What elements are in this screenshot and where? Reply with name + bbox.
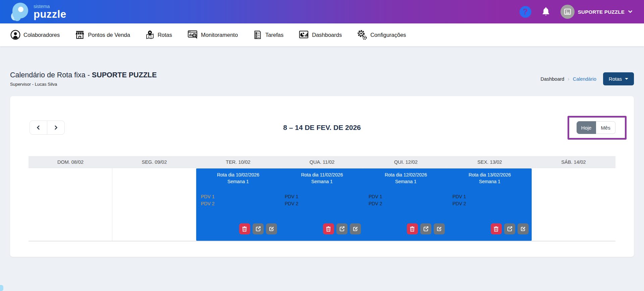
nav-label: Colaboradores [23,32,60,38]
edit-route-button[interactable] [266,223,277,234]
help-button[interactable]: ? [520,6,531,18]
nav-label: Configurações [370,32,406,38]
pdv-item: PDV 1 [201,193,280,200]
nav-label: Monitoramento [201,32,238,38]
question-mark-icon: ? [523,7,528,16]
map-pin-icon [145,29,155,40]
nav-item-monitoramento[interactable]: Monitoramento [187,29,238,40]
delete-route-button[interactable] [239,223,250,234]
nav-item-dashboards[interactable]: Dashboards [298,29,342,40]
page-heading-block: Calendário de Rota fixa - SUPORTE PUZZLE… [10,71,157,87]
event-title: Rota dia 11/02/2026 [280,172,364,177]
logo-subtext: sistema [34,4,66,9]
caret-down-icon [625,78,628,80]
event-week-label: Semana 1 [448,179,532,184]
event-title: Rota dia 10/02/2026 [196,172,280,177]
edit-icon [520,226,526,232]
page-subtitle: Supervisor - Lucas Silva [10,82,157,87]
monitor-search-icon [187,29,198,40]
calendar-card: 8 – 14 DE FEV. DE 2026 Hoje Mês DOM. 08/… [10,96,634,257]
nav-item-configuracoes[interactable]: Configurações [357,29,406,41]
day-cell[interactable] [29,168,112,241]
pdv-item: PDV 2 [201,200,280,207]
logo-title: puzzle [34,9,66,19]
page-title: Calendário de Rota fixa - SUPORTE PUZZLE [10,71,157,79]
day-header-monday: SEG. 09/02 [112,156,196,168]
delete-route-button[interactable] [407,223,418,234]
share-icon [423,226,429,232]
page-title-account: SUPORTE PUZZLE [92,71,157,79]
edit-icon [436,226,442,232]
nav-item-tarefas[interactable]: Tarefas [253,29,283,40]
view-toggle: Hoje Mês [577,121,615,134]
checklist-icon [253,29,263,40]
puzzle-logo-icon [10,2,30,22]
day-header-friday: SEX. 13/02 [448,156,532,168]
route-event-card[interactable]: Rota dia 13/02/2026 Semana 1 PDV 1 PDV 2 [448,168,532,241]
breadcrumb-separator-icon: › [568,76,569,82]
share-route-button[interactable] [336,223,347,234]
share-icon [507,226,513,232]
share-route-button[interactable] [420,223,431,234]
event-title: Rota dia 13/02/2026 [448,172,532,177]
pdv-item: PDV 2 [369,200,448,207]
bell-icon [541,7,550,17]
nav-label: Tarefas [265,32,283,38]
route-event-card[interactable]: Rota dia 11/02/2026 Semana 1 PDV 1 PDV 2 [280,168,364,241]
event-week-label: Semana 1 [196,179,280,184]
calendar-header-row: DOM. 08/02 SEG. 09/02 TER. 10/02 QUA. 11… [29,156,615,168]
calendar-body-row: Rota dia 10/02/2026 Semana 1 PDV 1 PDV 2 [29,168,615,241]
chat-widget-fragment[interactable] [0,285,3,291]
day-header-thursday: QUI. 12/02 [364,156,448,168]
month-view-button[interactable]: Mês [596,121,615,134]
event-title: Rota dia 12/02/2026 [364,172,448,177]
nav-item-pontos-de-venda[interactable]: Pontos de Venda [74,29,130,40]
pdv-item: PDV 2 [285,200,364,207]
calendar-toolbar: 8 – 14 DE FEV. DE 2026 Hoje Mês [29,121,615,135]
user-menu[interactable]: SUPORTE PUZZLE [560,5,633,19]
user-circle-icon [10,29,21,40]
trash-icon [410,226,415,232]
nav-label: Pontos de Venda [88,32,130,38]
image-placeholder-icon [564,8,572,16]
nav-label: Dashboards [312,32,342,38]
user-name-label: SUPORTE PUZZLE [578,9,625,15]
rotas-dropdown-button[interactable]: Rotas [603,72,634,85]
day-cell[interactable] [532,168,615,241]
pdv-item: PDV 1 [369,193,448,200]
app-header: sistema puzzle ? SUPORTE PUZZLE [0,0,644,23]
calendar-grid: DOM. 08/02 SEG. 09/02 TER. 10/02 QUA. 11… [29,156,615,241]
edit-route-button[interactable] [350,223,361,234]
day-cell[interactable] [112,168,196,241]
delete-route-button[interactable] [491,223,502,234]
pdv-item: PDV 1 [285,193,364,200]
event-pdv-list: PDV 1 PDV 2 [196,193,280,207]
breadcrumb: Dashboard › Calendário [540,76,596,82]
share-route-button[interactable] [504,223,515,234]
avatar [560,5,575,19]
pdv-item: PDV 1 [452,193,532,200]
event-pdv-list: PDV 1 PDV 2 [280,193,364,207]
day-header-saturday: SÁB. 14/02 [532,156,615,168]
app-logo[interactable]: sistema puzzle [10,2,66,22]
event-pdv-list: PDV 1 PDV 2 [364,193,448,207]
breadcrumb-dashboard-link[interactable]: Dashboard [540,76,564,82]
event-week-label: Semana 1 [364,179,448,184]
trash-icon [493,226,499,232]
trash-icon [326,226,331,232]
notifications-button[interactable] [541,7,550,17]
edit-route-button[interactable] [518,223,529,234]
edit-route-button[interactable] [434,223,445,234]
delete-route-button[interactable] [323,223,334,234]
route-event-card[interactable]: Rota dia 10/02/2026 Semana 1 PDV 1 PDV 2 [196,168,280,241]
nav-item-rotas[interactable]: Rotas [145,29,172,40]
breadcrumb-calendario-link[interactable]: Calendário [573,76,596,82]
day-header-tuesday: TER. 10/02 [196,156,280,168]
today-view-button[interactable]: Hoje [577,121,596,134]
share-route-button[interactable] [253,223,264,234]
route-event-card[interactable]: Rota dia 12/02/2026 Semana 1 PDV 1 PDV 2 [364,168,448,241]
nav-item-colaboradores[interactable]: Colaboradores [10,29,60,40]
nav-label: Rotas [158,32,172,38]
calendar-week-range-title: 8 – 14 DE FEV. DE 2026 [29,124,615,132]
day-header-wednesday: QUA. 11/02 [280,156,364,168]
